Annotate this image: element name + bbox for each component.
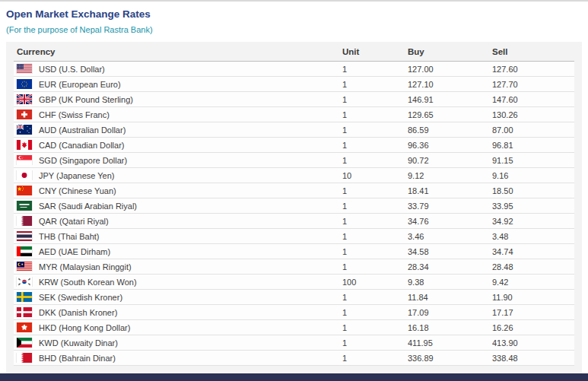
buy-value: 28.34 [408,262,492,271]
sell-value: 28.48 [492,262,574,271]
kwd-flag-icon [17,338,32,348]
cny-flag-icon [17,186,32,195]
unit-value: 1 [342,80,408,89]
unit-value: 1 [342,262,408,271]
aud-flag-icon [17,125,32,135]
sell-value: 413.90 [492,338,574,348]
unit-value: 1 [342,232,408,241]
chf-flag-icon [17,110,32,119]
sell-value: 9.16 [492,171,574,180]
buy-value: 411.95 [408,338,492,348]
currency-cell: CNY (Chinese Yuan) [14,186,342,195]
currency-name: MYR (Malaysian Ringgit) [39,262,132,271]
currency-name: USD (U.S. Dollar) [39,65,105,74]
sell-value: 34.92 [492,217,574,226]
bottom-navy-bar [0,373,588,381]
currency-name: GBP (UK Pound Sterling) [39,95,133,104]
sell-value: 96.81 [492,141,574,150]
currency-cell: HKD (Hong Kong Dollar) [14,322,342,332]
table-row: BHD (Bahrain Dinar)1336.89338.48 [14,351,574,366]
eur-flag-icon [17,79,32,89]
buy-value: 129.65 [408,110,492,119]
unit-value: 1 [342,338,408,348]
currency-cell: USD (U.S. Dollar) [14,64,342,74]
currency-cell: JPY (Japanese Yen) [14,170,342,180]
buy-value: 17.09 [408,308,492,317]
sell-value: 87.00 [492,125,574,135]
currency-cell: EUR (European Euro) [14,79,342,89]
sell-value: 33.95 [492,202,574,211]
currency-cell: KWD (Kuwaity Dinar) [14,338,342,348]
buy-value: 34.58 [408,247,492,256]
unit-value: 1 [342,293,408,302]
dkk-flag-icon [17,307,32,317]
buy-value: 9.12 [408,171,492,180]
table-row: USD (U.S. Dollar)1127.00127.60 [14,62,574,77]
table-row: KRW (South Korean Won)1009.389.42 [14,275,574,290]
currency-cell: MYR (Malaysian Ringgit) [14,262,342,271]
myr-flag-icon [17,262,32,271]
currency-cell: SEK (Swedish Kroner) [14,292,342,302]
buy-value: 34.76 [408,217,492,226]
table-row: HKD (Hong Kong Dollar)116.1816.26 [14,320,574,335]
table-row: SAR (Saudi Arabian Riyal)133.7933.95 [14,198,574,214]
unit-value: 1 [342,217,408,226]
cad-flag-icon [17,140,32,150]
sell-value: 34.74 [492,247,574,256]
currency-name: AUD (Australian Dollar) [39,125,126,135]
krw-flag-icon [17,277,32,287]
currency-name: KRW (South Korean Won) [39,278,137,287]
sek-flag-icon [17,292,32,302]
column-header-buy: Buy [408,47,492,56]
unit-value: 1 [342,125,408,135]
sell-value: 16.26 [492,323,574,332]
table-row: JPY (Japanese Yen)109.129.16 [14,168,574,183]
unit-value: 1 [342,141,408,150]
unit-value: 1 [342,65,408,74]
buy-value: 146.91 [408,95,492,104]
currency-cell: AUD (Australian Dollar) [14,125,342,135]
currency-name: THB (Thai Baht) [39,232,99,241]
table-row: DKK (Danish Kroner)117.0917.17 [14,305,574,320]
column-header-currency: Currency [14,47,342,56]
unit-value: 1 [342,354,408,363]
unit-value: 1 [342,202,408,211]
sell-value: 130.26 [492,110,574,119]
unit-value: 1 [342,110,408,119]
buy-value: 96.36 [408,141,492,150]
currency-cell: BHD (Bahrain Dinar) [14,353,342,363]
currency-name: KWD (Kuwaity Dinar) [39,338,118,348]
exchange-rates-table: Currency Unit Buy Sell USD (U.S. Dollar)… [6,42,582,373]
table-row: AED (UAE Dirham)134.5834.74 [14,244,574,259]
buy-value: 336.89 [408,354,492,363]
unit-value: 1 [342,247,408,256]
table-row: CHF (Swiss Franc)1129.65130.26 [14,107,574,122]
sell-value: 127.60 [492,65,574,74]
column-header-sell: Sell [492,47,574,56]
sell-value: 11.90 [492,293,574,302]
gbp-flag-icon [17,94,32,104]
currency-cell: KRW (South Korean Won) [14,277,342,287]
unit-value: 1 [342,323,408,332]
usd-flag-icon [17,64,32,74]
currency-name: HKD (Hong Kong Dollar) [39,323,130,332]
aed-flag-icon [17,246,32,256]
table-row: CNY (Chinese Yuan)118.4118.50 [14,183,574,198]
currency-cell: DKK (Danish Kroner) [14,307,342,317]
sar-flag-icon [17,201,32,211]
buy-value: 18.41 [408,186,492,195]
buy-value: 9.38 [408,278,492,287]
page-title: Open Market Exchange Rates [6,8,588,20]
sell-value: 3.48 [492,232,574,241]
sell-value: 127.70 [492,80,574,89]
table-row: SGD (Singapore Dollar)190.7291.15 [14,153,574,168]
hkd-flag-icon [17,322,32,332]
table-row: CAD (Canadian Dollar)196.3696.81 [14,138,574,153]
buy-value: 90.72 [408,156,492,165]
table-row: SEK (Swedish Kroner)111.8411.90 [14,290,574,305]
unit-value: 1 [342,308,408,317]
buy-value: 16.18 [408,323,492,332]
currency-name: QAR (Qatari Riyal) [39,217,109,226]
bhd-flag-icon [17,353,32,363]
currency-name: BHD (Bahrain Dinar) [39,354,116,363]
